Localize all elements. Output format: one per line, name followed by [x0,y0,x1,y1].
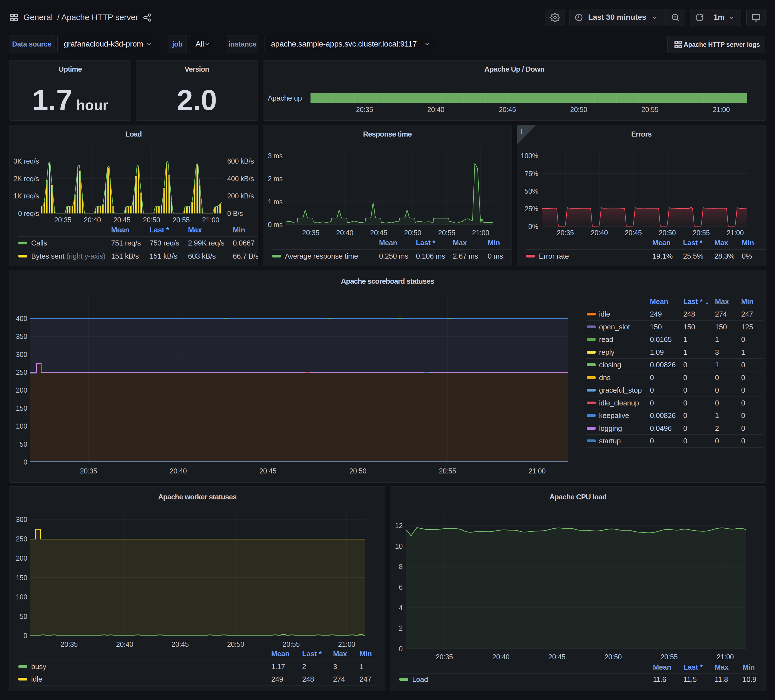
svg-text:i: i [521,128,522,136]
